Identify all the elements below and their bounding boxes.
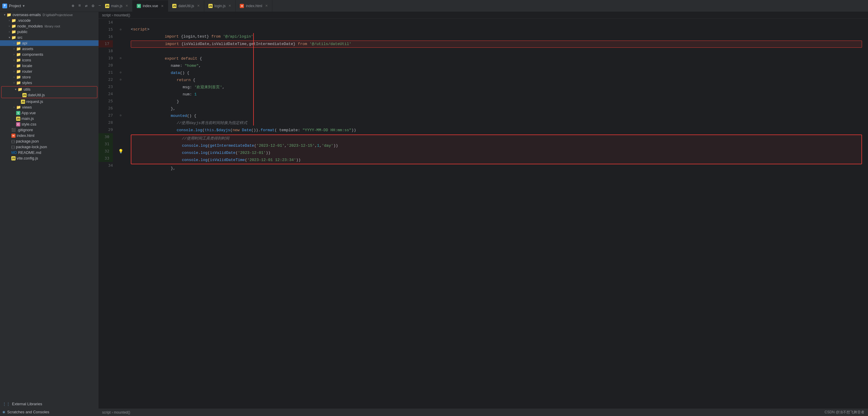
- label-mainjs: main.js: [22, 116, 34, 121]
- chevron-icons: ›: [12, 58, 16, 62]
- code-content[interactable]: <script> import {login,test} from '@/api…: [125, 19, 868, 408]
- code-23-comma: ,: [222, 85, 224, 90]
- sidebar-item-node-modules[interactable]: › 📁 node_modules library root: [0, 23, 98, 29]
- sidebar-item-packagelockjson[interactable]: › { } package-lock.json: [0, 144, 98, 150]
- fold-script[interactable]: ⊙: [120, 28, 122, 31]
- code-24-colon: :: [190, 92, 194, 97]
- chevron-project: ▾: [2, 13, 6, 17]
- sidebar-item-indexhtml[interactable]: › H index.html: [0, 133, 98, 138]
- tab-label-index-html: index.html: [246, 4, 262, 8]
- sidebar-item-dateutil[interactable]: › JS dateUtil.js: [1, 92, 97, 98]
- scratches-icon: ◉: [2, 410, 5, 414]
- sidebar-item-gitignore[interactable]: › ⬛ .gitignore: [0, 127, 98, 133]
- chevron-public: ›: [7, 30, 11, 34]
- sidebar-item-router[interactable]: › 📁 router: [0, 69, 98, 74]
- chevron-utils: ▾: [13, 88, 18, 92]
- tab-login-js[interactable]: JS login.js ✕: [204, 0, 236, 12]
- chevron-components: ›: [12, 53, 16, 57]
- nav-icon-1[interactable]: ⊕: [72, 3, 74, 8]
- fold-data[interactable]: ⊙: [120, 71, 122, 74]
- project-name: overseas-emails: [12, 12, 41, 17]
- tab-container: JS main.js ✕ V index.vue ✕ JS dateUtil.j…: [101, 0, 866, 12]
- label-appvue: App.vue: [22, 111, 36, 115]
- folder-icon-utils: 📁: [18, 87, 22, 92]
- sidebar-item-public[interactable]: › 📁 public: [0, 29, 98, 35]
- project-title[interactable]: Project: [9, 4, 21, 8]
- label-icons: icons: [22, 58, 31, 62]
- sidebar-item-packagejson[interactable]: › { } package.json: [0, 138, 98, 144]
- fold-export[interactable]: ⊙: [120, 56, 122, 60]
- sidebar-item-request[interactable]: › JS request.js: [0, 99, 98, 104]
- sidebar-scratches-consoles[interactable]: ◉ Scratches and Consoles: [0, 408, 98, 416]
- label-locale: locale: [22, 64, 32, 68]
- code-25-brace: }: [177, 99, 179, 104]
- breadcrumb: script › mounted(): [98, 12, 868, 19]
- minimize-icon[interactable]: −: [98, 3, 101, 8]
- status-bar-right: CSDN @浊不想飞舞音者: [825, 410, 864, 415]
- label-node-modules: node_modules: [17, 24, 43, 28]
- chevron-styles: ›: [12, 81, 16, 85]
- folder-icon-assets: 📁: [16, 46, 21, 51]
- code-17-str: '@/utils/dateUtil': [309, 42, 351, 46]
- tab-close-main-js[interactable]: ✕: [125, 4, 128, 8]
- fold-return[interactable]: ⊙: [120, 78, 122, 81]
- sidebar-item-api[interactable]: › 📁 api: [0, 40, 98, 46]
- code-line-29: console.log(this.$dayjs(new Date()).form…: [131, 127, 862, 134]
- gutter: ⊙ ⊙ ⊙ ⊙ ⊙: [117, 19, 125, 408]
- chevron-assets: ›: [12, 47, 16, 51]
- sidebar-item-locale[interactable]: › 📁 locale: [0, 63, 98, 69]
- tab-dateutil-js[interactable]: JS dateUtil.js ✕: [168, 0, 204, 12]
- file-icon-gitignore: ⬛: [11, 128, 16, 132]
- nav-icon-2[interactable]: ≡: [78, 3, 81, 8]
- tab-close-index-html[interactable]: ✕: [265, 4, 268, 8]
- label-store: store: [22, 75, 31, 79]
- sidebar-item-components[interactable]: › 📁 components: [0, 51, 98, 57]
- folder-icon-vscode: 📁: [11, 18, 16, 23]
- bulb-icon[interactable]: 💡: [118, 149, 123, 154]
- label-packagelockjson: package-lock.json: [16, 145, 47, 149]
- code-24-val: 1: [194, 92, 197, 97]
- sidebar-highlight-utils: ▾ 📁 utils › JS dateUtil.js: [1, 86, 97, 98]
- title-bar-icons: ⊕ ≡ ⇄ ⚙ −: [72, 3, 101, 8]
- folder-icon-node-modules: 📁: [11, 24, 16, 28]
- code-line-23: msg: '欢迎来到首页',: [131, 84, 862, 91]
- label-router: router: [22, 69, 32, 74]
- scratches-label: Scratches and Consoles: [7, 410, 49, 414]
- sidebar-project-root[interactable]: ▾ 📁 overseas-emails D:\gitlabProjects\ov…: [0, 12, 98, 18]
- chevron-locale: ›: [12, 64, 16, 68]
- sidebar-item-styles[interactable]: › 📁 styles: [0, 80, 98, 85]
- code-highlight-block: //使用时间工具类得到时间 console.log(getIntermediat…: [131, 135, 862, 164]
- sidebar-item-readme[interactable]: › MD README.md: [0, 150, 98, 155]
- status-breadcrumb: script › mounted(): [102, 410, 130, 415]
- sidebar-item-views[interactable]: › 📁 views: [0, 104, 98, 110]
- sidebar-item-src[interactable]: ▾ 📁 src: [0, 35, 98, 40]
- sidebar-item-appvue[interactable]: › V App.vue: [0, 110, 98, 116]
- sidebar-external-libraries[interactable]: ⋮⋮ External Libraries: [0, 400, 98, 408]
- code-17-import: import: [165, 42, 182, 46]
- sidebar-item-vscode[interactable]: › 📁 .vscode: [0, 18, 98, 23]
- tab-close-dateutil-js[interactable]: ✕: [197, 4, 200, 8]
- fold-mounted[interactable]: ⊙: [120, 114, 122, 117]
- code-line-33: console.log(isValidDateTime('2023-12-01 …: [131, 157, 862, 164]
- folder-icon-views: 📁: [16, 105, 21, 109]
- tab-main-js[interactable]: JS main.js ✕: [101, 0, 132, 12]
- settings-icon[interactable]: ⚙: [92, 3, 94, 8]
- sidebar-item-store[interactable]: › 📁 store: [0, 74, 98, 80]
- tab-index-vue[interactable]: V index.vue ✕: [132, 0, 168, 12]
- folder-icon-public: 📁: [11, 30, 16, 34]
- sidebar-item-mainjs[interactable]: › JS main.js: [0, 116, 98, 122]
- nav-icon-3[interactable]: ⇄: [85, 3, 88, 8]
- sidebar-item-stylecss[interactable]: › C style.css: [0, 122, 98, 127]
- sidebar-item-icons[interactable]: › 📁 icons: [0, 57, 98, 63]
- tab-close-index-vue[interactable]: ✕: [161, 4, 164, 8]
- tab-label-dateutil-js: dateUtil.js: [178, 4, 194, 8]
- code-editor[interactable]: 14 15 16 17 18 19 20 21 22 23 24 25 26 2…: [98, 19, 868, 408]
- tab-close-login-js[interactable]: ✕: [228, 4, 231, 8]
- tab-index-html[interactable]: H index.html ✕: [236, 0, 272, 12]
- sidebar-item-viteconfig[interactable]: › JS vite.config.js: [0, 155, 98, 161]
- sidebar-item-assets[interactable]: › 📁 assets: [0, 46, 98, 51]
- code-line-21: data() {: [131, 69, 862, 77]
- project-icon: P: [2, 4, 7, 8]
- sidebar-item-utils[interactable]: ▾ 📁 utils: [1, 86, 97, 92]
- title-dropdown-icon[interactable]: ▾: [23, 4, 25, 8]
